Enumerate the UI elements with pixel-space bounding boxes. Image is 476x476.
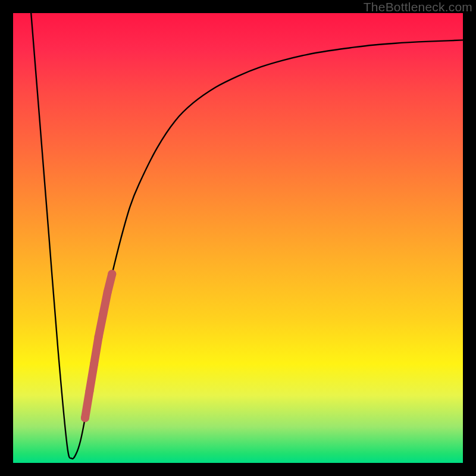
chart-frame: TheBottleneck.com [0,0,476,476]
watermark-label: TheBottleneck.com [364,0,472,14]
chart-svg [13,13,463,463]
chart-plot-area [13,13,463,463]
bottleneck-curve-path [31,13,463,459]
